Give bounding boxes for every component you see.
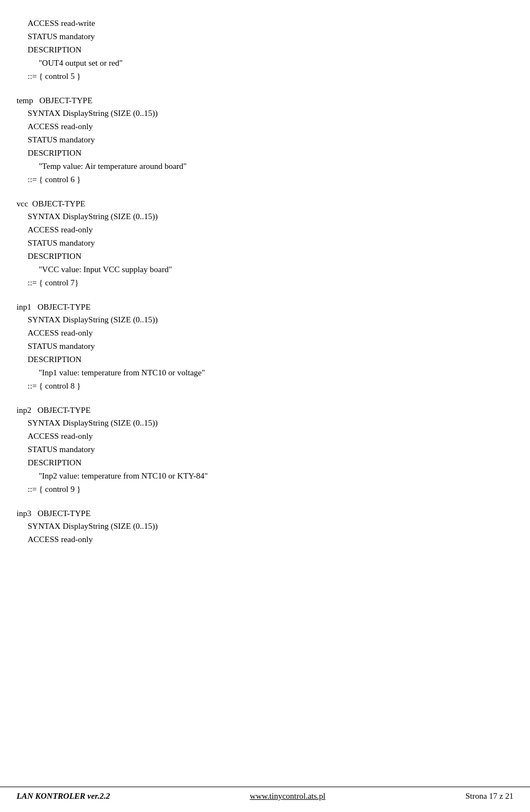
inp2-description-value: "Inp2 value: temperature from NTC10 or K…: [17, 469, 513, 482]
inp1-description-value: "Inp1 value: temperature from NTC10 or v…: [17, 366, 513, 379]
inp2-header: inp2 OBJECT-TYPE: [17, 406, 513, 415]
temp-status-line: STATUS mandatory: [17, 133, 513, 146]
out4-description-label: DESCRIPTION: [17, 43, 513, 56]
footer-website[interactable]: www.tinycontrol.ats.pl: [250, 792, 326, 801]
temp-access-line: ACCESS read-only: [17, 120, 513, 133]
vcc-header: vcc OBJECT-TYPE: [17, 199, 513, 209]
temp-oid-line: ::= { control 6 }: [17, 173, 513, 186]
entry-vcc: vcc OBJECT-TYPE SYNTAX DisplayString (SI…: [17, 199, 513, 289]
vcc-access-line: ACCESS read-only: [17, 223, 513, 236]
out4-access-line: ACCESS read-write: [17, 17, 513, 30]
entry-temp: temp OBJECT-TYPE SYNTAX DisplayString (S…: [17, 96, 513, 186]
page-footer: LAN KONTROLER ver.2.2 www.tinycontrol.at…: [0, 787, 530, 801]
inp1-status-line: STATUS mandatory: [17, 339, 513, 353]
inp1-access-line: ACCESS read-only: [17, 326, 513, 339]
temp-header: temp OBJECT-TYPE: [17, 96, 513, 105]
inp3-access-line: ACCESS read-only: [17, 533, 513, 546]
inp2-description-label: DESCRIPTION: [17, 456, 513, 469]
inp1-description-label: DESCRIPTION: [17, 353, 513, 366]
vcc-syntax-line: SYNTAX DisplayString (SIZE (0..15)): [17, 210, 513, 223]
inp3-syntax-line: SYNTAX DisplayString (SIZE (0..15)): [17, 519, 513, 533]
inp2-status-line: STATUS mandatory: [17, 443, 513, 456]
inp2-oid-line: ::= { control 9 }: [17, 482, 513, 496]
inp2-access-line: ACCESS read-only: [17, 429, 513, 443]
temp-description-label: DESCRIPTION: [17, 146, 513, 160]
vcc-oid-line: ::= { control 7}: [17, 276, 513, 289]
out4-status-line: STATUS mandatory: [17, 30, 513, 43]
inp1-header: inp1 OBJECT-TYPE: [17, 302, 513, 312]
entry-inp3: inp3 OBJECT-TYPE SYNTAX DisplayString (S…: [17, 509, 513, 546]
temp-syntax-line: SYNTAX DisplayString (SIZE (0..15)): [17, 107, 513, 120]
temp-description-value: "Temp value: Air temperature around boar…: [17, 160, 513, 173]
vcc-status-line: STATUS mandatory: [17, 236, 513, 250]
vcc-description-value: "VCC value: Input VCC supplay board": [17, 263, 513, 276]
inp3-header: inp3 OBJECT-TYPE: [17, 509, 513, 518]
entry-out4-end: ACCESS read-write STATUS mandatory DESCR…: [17, 17, 513, 83]
inp1-oid-line: ::= { control 8 }: [17, 379, 513, 392]
entry-inp2: inp2 OBJECT-TYPE SYNTAX DisplayString (S…: [17, 406, 513, 496]
out4-description-value: "OUT4 output set or red": [17, 56, 513, 70]
entry-inp1: inp1 OBJECT-TYPE SYNTAX DisplayString (S…: [17, 302, 513, 392]
main-content: ACCESS read-write STATUS mandatory DESCR…: [17, 11, 513, 546]
inp2-syntax-line: SYNTAX DisplayString (SIZE (0..15)): [17, 416, 513, 429]
out4-oid-line: ::= { control 5 }: [17, 70, 513, 83]
footer-product-name: LAN KONTROLER ver.2.2: [17, 792, 110, 801]
vcc-description-label: DESCRIPTION: [17, 250, 513, 263]
footer-page-number: Strona 17 z 21: [465, 792, 513, 801]
inp1-syntax-line: SYNTAX DisplayString (SIZE (0..15)): [17, 313, 513, 326]
